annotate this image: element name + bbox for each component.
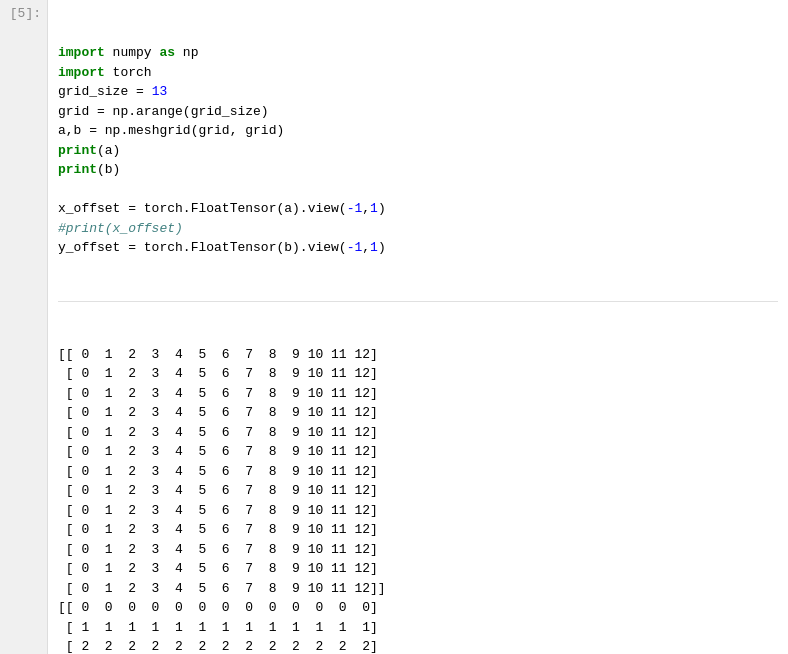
output-line: [ 0 1 2 3 4 5 6 7 8 9 10 11 12] [58, 364, 778, 384]
code-line: print(a) [58, 141, 778, 161]
code-token: np [175, 45, 198, 60]
code-token: grid [58, 104, 97, 119]
output-line: [[ 0 0 0 0 0 0 0 0 0 0 0 0 0] [58, 598, 778, 618]
output-divider [58, 301, 778, 302]
code-token: = torch.FloatTensor(b).view( [128, 240, 346, 255]
output-line: [ 0 1 2 3 4 5 6 7 8 9 10 11 12] [58, 520, 778, 540]
code-line: grid = np.arange(grid_size) [58, 102, 778, 122]
code-line: grid_size = 13 [58, 82, 778, 102]
output-line: [ 1 1 1 1 1 1 1 1 1 1 1 1 1] [58, 618, 778, 638]
code-token: = np.arange(grid_size) [97, 104, 269, 119]
code-token: #print(x_offset) [58, 221, 183, 236]
output-line: [ 0 1 2 3 4 5 6 7 8 9 10 11 12] [58, 423, 778, 443]
output-line: [ 0 1 2 3 4 5 6 7 8 9 10 11 12] [58, 559, 778, 579]
code-token: torch [105, 65, 152, 80]
code-token: print [58, 143, 97, 158]
output-line: [ 2 2 2 2 2 2 2 2 2 2 2 2 2] [58, 637, 778, 654]
code-token: y_offset [58, 240, 128, 255]
code-token: = [136, 84, 144, 99]
code-token: , [362, 240, 370, 255]
code-token: ) [378, 240, 386, 255]
code-token: import [58, 65, 105, 80]
output-line: [ 0 1 2 3 4 5 6 7 8 9 10 11 12] [58, 540, 778, 560]
code-token: import [58, 45, 105, 60]
output-line: [[ 0 1 2 3 4 5 6 7 8 9 10 11 12] [58, 345, 778, 365]
output-line: [ 0 1 2 3 4 5 6 7 8 9 10 11 12] [58, 442, 778, 462]
code-token: 13 [152, 84, 168, 99]
code-token: , [362, 201, 370, 216]
code-token: = np.meshgrid(grid, grid) [89, 123, 284, 138]
cell-content[interactable]: import numpy as npimport torchgrid_size … [48, 0, 788, 654]
code-line: import torch [58, 63, 778, 83]
code-line: a,b = np.meshgrid(grid, grid) [58, 121, 778, 141]
code-line: y_offset = torch.FloatTensor(b).view(-1,… [58, 238, 778, 258]
code-token: -1 [347, 201, 363, 216]
cell-number: [5]: [0, 0, 48, 654]
code-token [144, 84, 152, 99]
output-line: [ 0 1 2 3 4 5 6 7 8 9 10 11 12] [58, 384, 778, 404]
code-token: (a) [97, 143, 120, 158]
notebook-cell: [5]: import numpy as npimport torchgrid_… [0, 0, 788, 654]
code-token: 1 [370, 201, 378, 216]
output-line: [ 0 1 2 3 4 5 6 7 8 9 10 11 12] [58, 501, 778, 521]
code-line: import numpy as np [58, 43, 778, 63]
output-line: [ 0 1 2 3 4 5 6 7 8 9 10 11 12] [58, 403, 778, 423]
code-line: #print(x_offset) [58, 219, 778, 239]
code-token: ) [378, 201, 386, 216]
code-token: as [159, 45, 175, 60]
code-line: print(b) [58, 160, 778, 180]
output-block: [[ 0 1 2 3 4 5 6 7 8 9 10 11 12] [ 0 1 2… [58, 345, 778, 655]
output-line: [ 0 1 2 3 4 5 6 7 8 9 10 11 12] [58, 462, 778, 482]
code-token: (b) [97, 162, 120, 177]
code-token: grid_size [58, 84, 136, 99]
output-line: [ 0 1 2 3 4 5 6 7 8 9 10 11 12] [58, 481, 778, 501]
code-line [58, 180, 778, 200]
code-token: print [58, 162, 97, 177]
code-token: -1 [347, 240, 363, 255]
code-line: x_offset = torch.FloatTensor(a).view(-1,… [58, 199, 778, 219]
code-token: 1 [370, 240, 378, 255]
code-block: import numpy as npimport torchgrid_size … [58, 43, 778, 258]
output-line: [ 0 1 2 3 4 5 6 7 8 9 10 11 12]] [58, 579, 778, 599]
code-token: x_offset [58, 201, 128, 216]
code-token: = torch.FloatTensor(a).view( [128, 201, 346, 216]
code-token: a,b [58, 123, 89, 138]
code-token: numpy [105, 45, 160, 60]
